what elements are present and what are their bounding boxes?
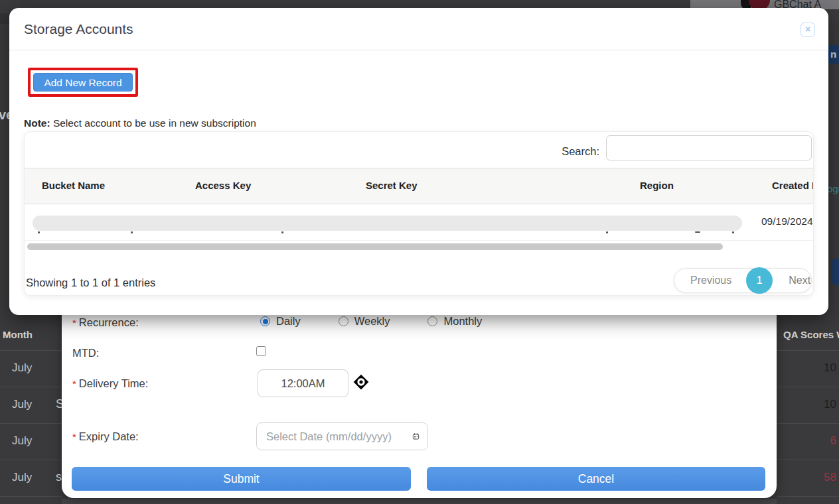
- modal-title: Storage Accounts: [24, 21, 133, 37]
- subscription-form-modal: *Recurrence: Daily Weekly Monthly MTD:: [62, 292, 777, 498]
- showing-entries-text: Showing 1 to 1 of 1 entries: [26, 277, 155, 289]
- delivery-time-label: *Delivery Time:: [72, 377, 148, 389]
- table-cell-score: 10: [824, 361, 836, 375]
- radio-option-monthly[interactable]: Monthly: [427, 315, 482, 328]
- expiry-date-input[interactable]: [266, 430, 412, 443]
- search-label: Search:: [562, 145, 599, 158]
- table-header-row: Bucket Name Access Key Secret Key Region…: [25, 168, 813, 204]
- note-text: Note: Select account to be use in new su…: [24, 117, 256, 129]
- table-cell-month: July: [12, 398, 32, 411]
- table-cell-score: 10: [824, 398, 836, 411]
- radio-weekly-icon[interactable]: [339, 316, 348, 326]
- horizontal-scrollbar[interactable]: [27, 243, 723, 250]
- table-cell-month: July: [12, 434, 32, 448]
- column-header-created-date[interactable]: Created Date: [772, 180, 814, 191]
- radio-option-daily[interactable]: Daily: [260, 315, 301, 328]
- expiry-date-field[interactable]: [256, 422, 428, 450]
- background-table-month-column: Month July July S July July s: [0, 315, 62, 504]
- delivery-time-input[interactable]: [258, 369, 348, 397]
- redacted-account-data: [33, 216, 742, 231]
- created-date-cell: 09/19/2024: [761, 216, 813, 227]
- recurrence-radio-group: Daily Weekly Monthly: [260, 315, 482, 328]
- column-header-secret-key[interactable]: Secret Key: [366, 180, 418, 191]
- table-cell-month: July: [12, 471, 32, 484]
- table-cell-month: July: [12, 361, 32, 375]
- cancel-button[interactable]: Cancel: [427, 467, 765, 491]
- submit-button[interactable]: Submit: [72, 467, 411, 491]
- storage-accounts-modal: Storage Accounts × Add New Record Note: …: [9, 8, 828, 315]
- required-marker: *: [72, 317, 76, 328]
- background-scrollbar: [0, 499, 839, 504]
- background-button-fragment: [831, 259, 839, 285]
- background-nav-fragment: n: [828, 45, 839, 64]
- screen: GBChat A ve n ogr Month July July S July…: [0, 0, 839, 504]
- table-cell-score: 58: [824, 471, 836, 484]
- note-label: Note:: [24, 117, 50, 129]
- background-table-qa-column: QA Scores W 10 10 6 58: [777, 315, 839, 504]
- radio-monthly-icon[interactable]: [427, 316, 437, 326]
- close-icon[interactable]: ×: [801, 23, 815, 37]
- add-new-record-highlight: Add New Record: [28, 68, 138, 97]
- accounts-table-card: Search: Bucket Name Access Key Secret Ke…: [24, 131, 814, 296]
- column-header-month: Month: [3, 322, 33, 348]
- calendar-icon[interactable]: [412, 429, 420, 444]
- table-cell-score: 6: [830, 434, 836, 448]
- pagination: Previous 1 Next: [674, 268, 812, 293]
- add-new-record-button[interactable]: Add New Record: [33, 73, 133, 92]
- time-picker-icon[interactable]: [352, 373, 370, 391]
- mtd-checkbox[interactable]: [256, 346, 266, 356]
- background-band: [0, 13, 9, 24]
- column-header-region[interactable]: Region: [640, 180, 674, 191]
- recurrence-label: *Recurrence:: [72, 316, 139, 328]
- mtd-label: MTD:: [72, 347, 99, 359]
- next-page-button[interactable]: Next: [789, 275, 810, 286]
- radio-daily-icon[interactable]: [260, 316, 270, 326]
- column-header-access-key[interactable]: Access Key: [195, 180, 251, 191]
- search-input[interactable]: [606, 135, 812, 160]
- table-row[interactable]: 09/19/2024: [25, 205, 813, 241]
- previous-page-button[interactable]: Previous: [690, 275, 731, 286]
- column-header-bucket-name[interactable]: Bucket Name: [42, 180, 105, 191]
- page-1-button[interactable]: 1: [746, 267, 773, 294]
- expiry-date-label: *Expiry Date:: [72, 430, 139, 442]
- background-link-fragment: ogr: [827, 183, 839, 194]
- modal-header: Storage Accounts ×: [9, 8, 828, 50]
- column-header-qa-scores: QA Scores W: [783, 322, 839, 348]
- radio-option-weekly[interactable]: Weekly: [339, 315, 390, 328]
